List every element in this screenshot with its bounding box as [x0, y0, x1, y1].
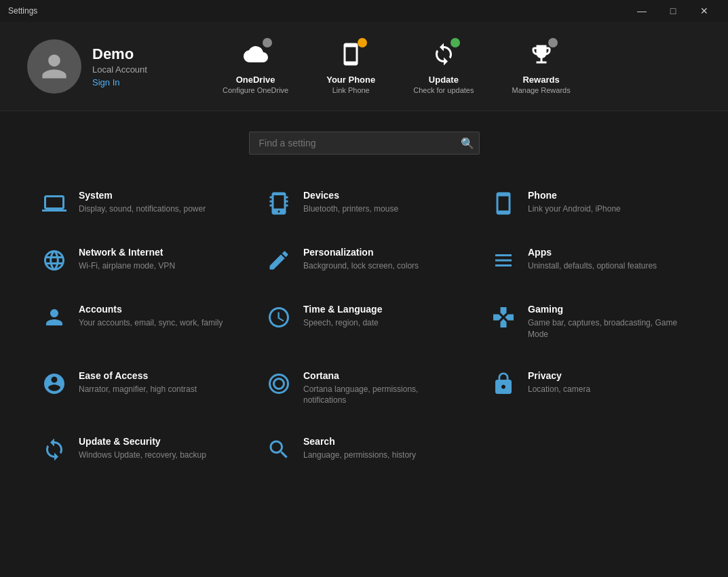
update-security-desc: Windows Update, recovery, backup [79, 450, 206, 461]
cortana-text: Cortana Cortana language, permissions, n… [303, 370, 463, 407]
apps-setting[interactable]: Apps Uninstall, defaults, optional featu… [476, 232, 701, 289]
gaming-text: Gaming Game bar, captures, broadcasting,… [528, 304, 687, 340]
title-bar: Settings — □ ✕ [0, 0, 728, 22]
close-button[interactable]: ✕ [689, 0, 720, 22]
privacy-text: Privacy Location, camera [528, 370, 590, 395]
gaming-setting[interactable]: Gaming Game bar, captures, broadcasting,… [476, 289, 701, 355]
ease-of-access-icon [41, 370, 68, 397]
accounts-text: Accounts Your accounts, email, sync, wor… [79, 304, 223, 329]
search-bar: 🔍 [27, 132, 701, 155]
svg-point-0 [270, 374, 288, 393]
phone-title: Phone [528, 190, 621, 201]
personalization-desc: Background, lock screen, colors [303, 260, 419, 272]
search-setting-desc: Language, permissions, history [303, 450, 416, 461]
user-info: Demo Local Account Sign In [92, 45, 147, 87]
rewards-icon [525, 38, 558, 71]
ease-of-access-text: Ease of Access Narrator, magnifier, high… [79, 370, 197, 395]
devices-setting[interactable]: Devices Bluetooth, printers, mouse [252, 175, 476, 232]
devices-icon [265, 190, 292, 217]
onedrive-title: OneDrive [236, 75, 275, 85]
apps-title: Apps [528, 247, 657, 258]
update-item[interactable]: Update Check for updates [394, 33, 493, 100]
accounts-setting[interactable]: Accounts Your accounts, email, sync, wor… [27, 289, 252, 355]
personalization-setting[interactable]: Personalization Background, lock screen,… [252, 232, 476, 289]
rewards-item[interactable]: Rewards Manage Rewards [493, 33, 589, 100]
user-name: Demo [92, 45, 147, 63]
personalization-text: Personalization Background, lock screen,… [303, 247, 419, 272]
devices-text: Devices Bluetooth, printers, mouse [303, 190, 398, 215]
time-language-text: Time & Language Speech, region, date [303, 304, 382, 329]
accounts-desc: Your accounts, email, sync, work, family [79, 317, 223, 329]
search-setting-text: Search Language, permissions, history [303, 436, 416, 461]
network-setting[interactable]: Network & Internet Wi-Fi, airplane mode,… [27, 232, 252, 289]
user-section: Demo Local Account Sign In [27, 39, 176, 94]
cortana-icon [265, 370, 292, 397]
onedrive-icon [240, 38, 272, 71]
privacy-icon [490, 370, 517, 397]
avatar [27, 39, 81, 94]
update-icon [427, 38, 460, 71]
network-icon [41, 247, 68, 274]
system-title: System [79, 190, 206, 201]
search-button[interactable]: 🔍 [461, 137, 474, 150]
devices-title: Devices [303, 190, 398, 201]
personalization-icon [265, 247, 292, 274]
system-setting[interactable]: System Display, sound, notifications, po… [27, 175, 252, 232]
your-phone-title: Your Phone [326, 75, 375, 85]
gaming-icon [490, 304, 517, 331]
header-items: OneDrive Configure OneDrive Your Phone L… [204, 33, 701, 100]
your-phone-badge [358, 38, 367, 47]
your-phone-icon [334, 38, 367, 71]
time-language-icon [265, 304, 292, 331]
app-title: Settings [8, 6, 37, 16]
cortana-setting[interactable]: Cortana Cortana language, permissions, n… [252, 355, 476, 422]
search-setting[interactable]: Search Language, permissions, history [252, 421, 476, 478]
update-title: Update [429, 75, 459, 85]
ease-of-access-setting[interactable]: Ease of Access Narrator, magnifier, high… [27, 355, 252, 422]
phone-setting[interactable]: Phone Link your Android, iPhone [476, 175, 701, 232]
minimize-button[interactable]: — [626, 0, 657, 22]
system-text: System Display, sound, notifications, po… [79, 190, 206, 215]
update-security-title: Update & Security [79, 436, 206, 447]
onedrive-item[interactable]: OneDrive Configure OneDrive [204, 33, 307, 100]
update-security-setting[interactable]: Update & Security Windows Update, recove… [27, 421, 252, 478]
ease-of-access-desc: Narrator, magnifier, high contrast [79, 384, 197, 395]
gaming-desc: Game bar, captures, broadcasting, Game M… [528, 317, 687, 340]
search-setting-icon [265, 436, 292, 463]
phone-icon [490, 190, 517, 217]
accounts-icon [41, 304, 68, 331]
maximize-button[interactable]: □ [657, 0, 689, 22]
network-title: Network & Internet [79, 247, 175, 258]
privacy-title: Privacy [528, 370, 590, 381]
apps-text: Apps Uninstall, defaults, optional featu… [528, 247, 657, 272]
your-phone-item[interactable]: Your Phone Link Phone [307, 33, 394, 100]
header: Demo Local Account Sign In OneDrive Conf… [0, 22, 728, 111]
rewards-badge [548, 38, 558, 47]
system-icon [41, 190, 68, 217]
time-language-desc: Speech, region, date [303, 317, 382, 329]
user-account: Local Account [92, 64, 147, 75]
apps-desc: Uninstall, defaults, optional features [528, 260, 657, 272]
personalization-title: Personalization [303, 247, 419, 258]
accounts-title: Accounts [79, 304, 223, 315]
update-badge [451, 38, 460, 47]
privacy-setting[interactable]: Privacy Location, camera [476, 355, 701, 422]
onedrive-badge [263, 38, 272, 47]
apps-icon [490, 247, 517, 274]
system-desc: Display, sound, notifications, power [79, 203, 206, 215]
rewards-title: Rewards [522, 75, 559, 85]
cortana-title: Cortana [303, 370, 463, 381]
time-language-setting[interactable]: Time & Language Speech, region, date [252, 289, 476, 355]
update-security-text: Update & Security Windows Update, recove… [79, 436, 206, 461]
sign-in-link[interactable]: Sign In [92, 77, 147, 87]
gaming-title: Gaming [528, 304, 687, 315]
search-wrapper: 🔍 [249, 132, 480, 155]
search-input[interactable] [249, 132, 480, 155]
phone-desc: Link your Android, iPhone [528, 203, 621, 215]
your-phone-subtitle: Link Phone [332, 86, 370, 94]
search-setting-title: Search [303, 436, 416, 447]
update-security-icon [41, 436, 68, 463]
rewards-subtitle: Manage Rewards [512, 86, 570, 94]
cortana-desc: Cortana language, permissions, notificat… [303, 384, 463, 407]
main-content: 🔍 System Display, sound, notifications, … [0, 111, 728, 577]
